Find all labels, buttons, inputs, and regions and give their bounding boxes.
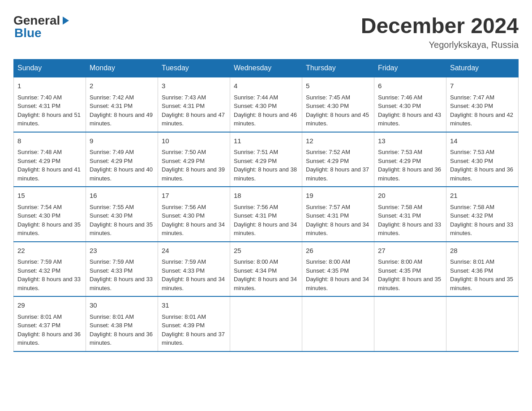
- calendar-week-3: 15Sunrise: 7:54 AMSunset: 4:30 PMDayligh…: [14, 187, 519, 242]
- month-year-title: December 2024: [361, 13, 519, 38]
- calendar-day-16: 16Sunrise: 7:55 AMSunset: 4:30 PMDayligh…: [86, 187, 158, 242]
- day-number: 31: [162, 300, 226, 311]
- calendar-day-25: 25Sunrise: 8:00 AMSunset: 4:34 PMDayligh…: [230, 242, 302, 297]
- calendar-day-26: 26Sunrise: 8:00 AMSunset: 4:35 PMDayligh…: [302, 242, 374, 297]
- svg-marker-0: [63, 17, 69, 25]
- day-number: 5: [306, 81, 370, 91]
- day-number: 10: [162, 136, 226, 146]
- calendar-day-29: 29Sunrise: 8:01 AMSunset: 4:37 PMDayligh…: [14, 296, 86, 351]
- day-number: 25: [234, 246, 298, 256]
- logo: General Blue: [13, 13, 71, 40]
- calendar-day-1: 1Sunrise: 7:40 AMSunset: 4:31 PMDaylight…: [14, 77, 86, 132]
- calendar-day-15: 15Sunrise: 7:54 AMSunset: 4:30 PMDayligh…: [14, 187, 86, 242]
- day-number: 8: [17, 136, 82, 146]
- day-number: 3: [162, 81, 226, 91]
- calendar-empty-cell: [446, 296, 519, 351]
- calendar-week-2: 8Sunrise: 7:48 AMSunset: 4:29 PMDaylight…: [14, 132, 519, 187]
- calendar-day-10: 10Sunrise: 7:50 AMSunset: 4:29 PMDayligh…: [158, 132, 230, 187]
- calendar-day-13: 13Sunrise: 7:53 AMSunset: 4:29 PMDayligh…: [374, 132, 446, 187]
- calendar-day-30: 30Sunrise: 8:01 AMSunset: 4:38 PMDayligh…: [86, 296, 158, 351]
- calendar-empty-cell: [230, 296, 302, 351]
- day-number: 1: [17, 81, 82, 91]
- day-number: 13: [378, 136, 442, 146]
- day-number: 24: [162, 246, 226, 256]
- day-number: 15: [17, 191, 82, 201]
- calendar-day-23: 23Sunrise: 7:59 AMSunset: 4:33 PMDayligh…: [86, 242, 158, 297]
- calendar-day-18: 18Sunrise: 7:56 AMSunset: 4:31 PMDayligh…: [230, 187, 302, 242]
- calendar-day-8: 8Sunrise: 7:48 AMSunset: 4:29 PMDaylight…: [14, 132, 86, 187]
- day-header-wednesday: Wednesday: [230, 60, 302, 77]
- calendar-header-row: SundayMondayTuesdayWednesdayThursdayFrid…: [14, 60, 519, 77]
- calendar-day-14: 14Sunrise: 7:53 AMSunset: 4:30 PMDayligh…: [446, 132, 519, 187]
- calendar-empty-cell: [374, 296, 446, 351]
- calendar-day-4: 4Sunrise: 7:44 AMSunset: 4:30 PMDaylight…: [230, 77, 302, 132]
- day-number: 21: [450, 191, 515, 201]
- calendar-day-22: 22Sunrise: 7:59 AMSunset: 4:32 PMDayligh…: [14, 242, 86, 297]
- calendar-day-6: 6Sunrise: 7:46 AMSunset: 4:30 PMDaylight…: [374, 77, 446, 132]
- day-header-thursday: Thursday: [302, 60, 374, 77]
- calendar-day-9: 9Sunrise: 7:49 AMSunset: 4:29 PMDaylight…: [86, 132, 158, 187]
- calendar-week-1: 1Sunrise: 7:40 AMSunset: 4:31 PMDaylight…: [14, 77, 519, 132]
- day-header-monday: Monday: [86, 60, 158, 77]
- day-number: 19: [306, 191, 370, 201]
- logo-blue-text: Blue: [14, 26, 42, 40]
- calendar-week-5: 29Sunrise: 8:01 AMSunset: 4:37 PMDayligh…: [14, 296, 519, 351]
- calendar-day-3: 3Sunrise: 7:43 AMSunset: 4:31 PMDaylight…: [158, 77, 230, 132]
- calendar-day-11: 11Sunrise: 7:51 AMSunset: 4:29 PMDayligh…: [230, 132, 302, 187]
- day-number: 17: [162, 191, 226, 201]
- calendar-table: SundayMondayTuesdayWednesdayThursdayFrid…: [13, 59, 519, 352]
- day-header-friday: Friday: [374, 60, 446, 77]
- day-number: 7: [450, 81, 515, 91]
- calendar-day-20: 20Sunrise: 7:58 AMSunset: 4:31 PMDayligh…: [374, 187, 446, 242]
- calendar-week-4: 22Sunrise: 7:59 AMSunset: 4:32 PMDayligh…: [14, 242, 519, 297]
- day-number: 12: [306, 136, 370, 146]
- calendar-day-2: 2Sunrise: 7:42 AMSunset: 4:31 PMDaylight…: [86, 77, 158, 132]
- day-number: 16: [90, 191, 154, 201]
- day-number: 22: [17, 246, 82, 256]
- day-number: 29: [17, 300, 82, 311]
- day-number: 2: [90, 81, 154, 91]
- calendar-empty-cell: [302, 296, 374, 351]
- day-number: 26: [306, 246, 370, 256]
- calendar-day-28: 28Sunrise: 8:01 AMSunset: 4:36 PMDayligh…: [446, 242, 519, 297]
- day-number: 11: [234, 136, 298, 146]
- title-area: December 2024 Yegorlykskaya, Russia: [361, 13, 519, 50]
- day-number: 18: [234, 191, 298, 201]
- day-number: 6: [378, 81, 442, 91]
- day-header-sunday: Sunday: [14, 60, 86, 77]
- calendar-day-27: 27Sunrise: 8:00 AMSunset: 4:35 PMDayligh…: [374, 242, 446, 297]
- calendar-day-19: 19Sunrise: 7:57 AMSunset: 4:31 PMDayligh…: [302, 187, 374, 242]
- location-subtitle: Yegorlykskaya, Russia: [361, 40, 519, 50]
- calendar-day-24: 24Sunrise: 7:59 AMSunset: 4:33 PMDayligh…: [158, 242, 230, 297]
- calendar-day-31: 31Sunrise: 8:01 AMSunset: 4:39 PMDayligh…: [158, 296, 230, 351]
- day-number: 20: [378, 191, 442, 201]
- day-number: 28: [450, 246, 515, 256]
- calendar-day-12: 12Sunrise: 7:52 AMSunset: 4:29 PMDayligh…: [302, 132, 374, 187]
- day-number: 14: [450, 136, 515, 146]
- day-number: 30: [90, 300, 154, 311]
- calendar-day-5: 5Sunrise: 7:45 AMSunset: 4:30 PMDaylight…: [302, 77, 374, 132]
- logo-arrow-icon: [61, 16, 71, 26]
- day-number: 27: [378, 246, 442, 256]
- day-number: 4: [234, 81, 298, 91]
- calendar-day-17: 17Sunrise: 7:56 AMSunset: 4:30 PMDayligh…: [158, 187, 230, 242]
- calendar-day-21: 21Sunrise: 7:58 AMSunset: 4:32 PMDayligh…: [446, 187, 519, 242]
- page-header: General Blue December 2024 Yegorlykskaya…: [13, 13, 519, 50]
- day-number: 23: [90, 246, 154, 256]
- day-header-tuesday: Tuesday: [158, 60, 230, 77]
- day-header-saturday: Saturday: [446, 60, 519, 77]
- calendar-day-7: 7Sunrise: 7:47 AMSunset: 4:30 PMDaylight…: [446, 77, 519, 132]
- day-number: 9: [90, 136, 154, 146]
